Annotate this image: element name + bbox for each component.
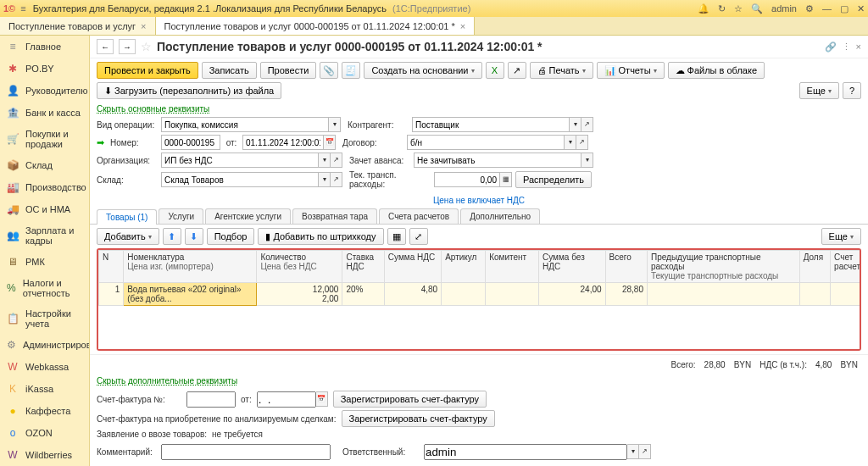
reports-button[interactable]: 📊 Отчеты [597,62,665,79]
close-icon[interactable]: ✕ [857,3,865,14]
sidebar-item[interactable]: 📦Склад [0,154,89,176]
sidebar-item[interactable]: ✱PO.BY [0,58,89,80]
help-button[interactable]: ? [843,82,861,99]
table-more-button[interactable]: Еще [821,228,861,245]
number-field[interactable] [161,135,220,150]
contract-field[interactable] [407,135,565,150]
tab-services[interactable]: Услуги [159,208,203,224]
hide-extra-link[interactable]: Скрыть дополнительные реквизиты [90,374,868,387]
sidebar-item[interactable]: ●Каффеста [0,400,89,422]
sidebar-item[interactable]: WWildberries [0,444,89,466]
cloud-files-button[interactable]: ☁ Файлы в облаке [668,62,765,79]
settings-icon[interactable]: ⚙ [805,3,814,14]
post-button[interactable]: Провести [260,62,317,79]
register-invoice2-button[interactable]: Зарегистрировать счет-фактуру [342,410,495,427]
create-based-button[interactable]: Создать на основании [364,62,481,79]
calendar-icon[interactable]: 📅 [316,391,328,407]
move-up-button[interactable]: ⬆ [163,228,181,245]
sidebar-item[interactable]: %Налоги и отчетность [0,273,89,303]
tab-close-icon[interactable]: × [141,21,146,31]
sidebar-item[interactable]: 🛒Покупки и продажи [0,124,89,154]
dropdown-icon[interactable]: ▾ [570,117,581,132]
more-button[interactable]: Еще [799,82,839,99]
sidebar-item[interactable]: 🏭Производство [0,176,89,198]
doc-tab[interactable]: Поступление товаров и услуг 0000-000195 … [156,17,476,35]
transport-field[interactable] [434,172,500,187]
sidebar-item[interactable]: ≡Главное [0,36,89,58]
sidebar-item[interactable]: 📋Настройки учета [0,303,89,334]
add-row-button[interactable]: Добавить [97,228,159,245]
distribute-button[interactable]: Распределить [515,171,592,188]
burger-icon[interactable]: ≡ [20,3,25,14]
sf-number-field[interactable] [186,391,236,408]
load-from-file-button[interactable]: ⬇ Загрузить (перезаполнить) из файла [97,82,281,99]
grid-icon[interactable]: ▦ [387,228,406,245]
vat-mode-link[interactable]: Цена не включает НДС [433,196,525,205]
counterparty-field[interactable] [412,117,570,132]
goods-grid[interactable]: N НоменклатураЦена изг. (импортера) Коли… [97,248,861,351]
search-icon[interactable]: 🔍 [751,3,763,14]
dropdown-icon[interactable]: ▾ [565,135,576,150]
tab-return[interactable]: Возвратная тара [292,208,377,224]
warehouse-field[interactable] [161,172,319,187]
post-and-close-button[interactable]: Провести и закрыть [97,62,198,79]
sidebar-item[interactable]: 🖥РМК [0,251,89,273]
favorite-icon[interactable]: ☆ [141,40,152,53]
save-button[interactable]: Записать [202,62,257,79]
tab-goods[interactable]: Товары (1) [97,209,157,225]
open-icon[interactable]: ↗ [331,172,342,187]
attach-icon[interactable]: 📎 [320,62,338,79]
dropdown-icon[interactable]: ▾ [581,153,593,168]
link-icon[interactable]: 🔗 [825,42,837,53]
sidebar-item[interactable]: oOZON [0,422,89,444]
hide-main-link[interactable]: Скрыть основные реквизиты [90,103,868,115]
tab-close-icon[interactable]: × [460,21,465,31]
sf-date-field[interactable] [257,391,316,408]
open-icon[interactable]: ↗ [639,444,651,459]
register-invoice-button[interactable]: Зарегистрировать счет-фактуру [333,391,487,408]
responsible-field[interactable] [424,444,627,460]
maximize-icon[interactable]: ▢ [840,3,849,14]
dropdown-icon[interactable]: ▾ [627,444,639,459]
kebab-icon[interactable]: ⋮ [842,42,851,53]
open-icon[interactable]: ↗ [576,135,588,150]
dropdown-icon[interactable]: ▾ [319,153,331,168]
doc-tab[interactable]: Поступление товаров и услуг× [0,17,156,35]
close-doc-icon[interactable]: × [856,42,861,52]
forward-button[interactable]: → [119,39,136,54]
open-icon[interactable]: ↗ [331,153,342,168]
op-type-field[interactable] [161,117,329,132]
sidebar-item[interactable]: 🚚ОС и НМА [0,198,89,220]
minimize-icon[interactable]: — [822,3,832,14]
tab-extra[interactable]: Дополнительно [460,208,540,224]
export-icon[interactable]: ↗ [508,62,526,79]
add-barcode-button[interactable]: ▮ Добавить по штрихкоду [258,228,383,245]
print-button[interactable]: 🖨 Печать [530,62,593,79]
back-button[interactable]: ← [97,39,114,54]
move-down-button[interactable]: ⬇ [185,228,203,245]
bell-icon[interactable]: 🔔 [698,3,709,14]
history-icon[interactable]: ↻ [718,3,726,14]
tab-accounts[interactable]: Счета расчетов [379,208,459,224]
org-field[interactable] [161,153,319,168]
dropdown-icon[interactable]: ▾ [329,117,341,132]
calc-icon[interactable]: ▦ [500,172,512,187]
comment-field[interactable] [161,444,331,460]
sidebar-item[interactable]: 👥Зарплата и кадры [0,220,89,251]
advance-field[interactable] [414,153,581,168]
tab-agent[interactable]: Агентские услуги [205,208,291,224]
excel-icon[interactable]: X [486,62,504,79]
date-field[interactable] [242,135,324,150]
sidebar-item[interactable]: KiKassa [0,378,89,400]
sidebar-item[interactable]: WWebkassa [0,356,89,378]
dropdown-icon[interactable]: ▾ [319,172,331,187]
sidebar-item[interactable]: ⚙Администрирование [0,334,89,356]
sidebar-item[interactable]: 👤Руководителю [0,80,89,102]
calendar-icon[interactable]: 📅 [324,135,336,150]
star-icon[interactable]: ☆ [734,3,743,14]
pick-button[interactable]: Подбор [207,228,255,245]
receipt-icon[interactable]: 🧾 [342,62,360,79]
table-row[interactable]: 1 Вода питьевая «202 original» (без доба… [99,283,862,306]
sidebar-item[interactable]: 🏦Банк и касса [0,102,89,124]
expand-icon[interactable]: ⤢ [409,228,428,245]
